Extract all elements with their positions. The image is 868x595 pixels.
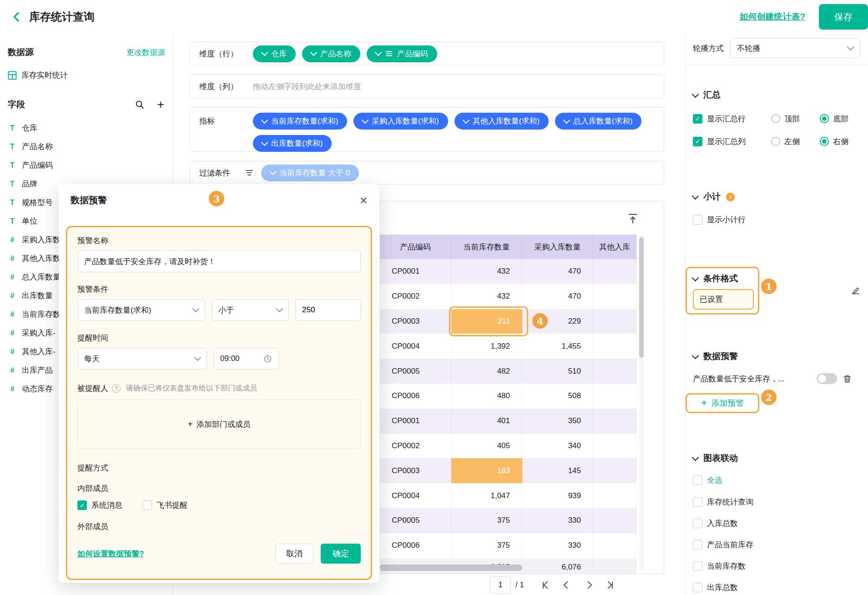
filter-box: 过滤条件 当前库存数量 大于 0 <box>190 161 664 185</box>
table-row: CP0003 211 229 <box>380 309 636 334</box>
vertical-scrollbar-thumb[interactable] <box>639 237 644 358</box>
create-table-help-link[interactable]: 如何创建统计表? <box>739 11 805 23</box>
last-page-icon[interactable] <box>602 578 616 592</box>
chart-linkage-title: 图表联动 <box>703 452 738 464</box>
add-member-area[interactable]: + 添加部门或成员 <box>77 399 361 449</box>
conditional-format-status[interactable]: 已设置 <box>693 289 754 310</box>
info-icon[interactable]: i <box>726 193 735 201</box>
data-alert-modal: 数据预警 × 预警名称 预警条件 当前库存数量(求和) 小于 提醒时间 每天 0… <box>59 184 379 583</box>
annotation-badge-3: 3 <box>209 191 224 206</box>
metric-pill[interactable]: 采购入库数量(求和) <box>353 113 448 130</box>
filter-pill[interactable]: 当前库存数量 大于 0 <box>261 165 359 181</box>
select-all-checkbox[interactable] <box>693 475 702 485</box>
alert-name-input[interactable] <box>77 250 361 272</box>
top-bar: 库存统计查询 如何创建统计表? 保存 <box>0 0 868 34</box>
table-body: CP0001 432 470 CP0002 432 470 CP0003 <box>380 259 636 558</box>
horizontal-scrollbar-thumb[interactable] <box>380 565 522 571</box>
table-row: CP0002 432 470 <box>380 284 636 309</box>
linkage-checkbox[interactable] <box>693 561 702 571</box>
show-summary-col-checkbox[interactable]: ✓ <box>693 137 702 146</box>
chevron-down-icon[interactable] <box>692 352 699 359</box>
back-icon[interactable] <box>10 10 24 24</box>
field-label: 出库产品 <box>22 365 53 375</box>
collapse-rows-icon[interactable] <box>626 212 639 227</box>
condition-field-select[interactable]: 当前库存数量(求和) <box>77 299 205 321</box>
feishu-remind-label: 飞书提醒 <box>156 500 187 510</box>
feishu-remind-checkbox[interactable] <box>142 500 152 510</box>
trash-icon[interactable] <box>843 374 852 384</box>
table-row: CP0005 482 510 <box>380 359 636 384</box>
condition-operator-select[interactable]: 小于 <box>212 299 289 321</box>
field-item[interactable]: T 产品名称 <box>0 137 172 156</box>
table-grid-icon <box>8 71 17 80</box>
metric-pill[interactable]: 总入库数量(求和) <box>555 113 641 130</box>
summary-bottom-label: 底部 <box>833 114 848 124</box>
chevron-down-icon[interactable] <box>692 192 699 200</box>
prev-page-icon[interactable] <box>560 578 574 592</box>
next-page-icon[interactable] <box>581 578 595 592</box>
confirm-button[interactable]: 确定 <box>321 544 361 564</box>
linkage-item: 产品当前库存 <box>693 538 868 551</box>
add-alert-button[interactable]: + 添加预警 <box>686 393 759 413</box>
carousel-select[interactable]: 不轮播 <box>730 38 860 58</box>
summary-purchase: 6,076 <box>522 558 593 574</box>
dimension-pill[interactable]: 产品名称 <box>302 45 360 62</box>
table-header: 产品编码 当前库存数量 采购入库数量 其他入库 <box>380 235 636 259</box>
search-icon[interactable] <box>135 100 144 109</box>
linkage-checkbox[interactable] <box>693 583 702 592</box>
show-summary-row-checkbox[interactable]: ✓ <box>693 114 702 124</box>
help-circle-icon[interactable]: ? <box>112 384 121 393</box>
dimension-col-placeholder: 拖动左侧字段到此处来添加维度 <box>253 81 361 92</box>
close-icon[interactable]: × <box>359 195 368 205</box>
summary-left-radio[interactable] <box>771 137 780 146</box>
frequency-select[interactable]: 每天 <box>77 348 207 370</box>
edit-icon[interactable] <box>851 285 861 295</box>
cell-product-code: CP0006 <box>380 384 451 409</box>
chevron-down-icon <box>269 168 277 175</box>
show-subtotal-checkbox[interactable] <box>693 215 702 225</box>
linkage-item: 当前库存数 <box>693 560 868 572</box>
save-button[interactable]: 保存 <box>819 4 868 30</box>
clock-icon <box>263 355 272 363</box>
linkage-checkbox[interactable] <box>693 540 702 550</box>
filter-label: 过滤条件 <box>199 168 243 178</box>
cancel-button[interactable]: 取消 <box>275 544 313 564</box>
system-message-checkbox[interactable]: ✓ <box>77 500 87 510</box>
metric-pill[interactable]: 其他入库数量(求和) <box>454 113 549 130</box>
first-page-icon[interactable] <box>540 578 553 592</box>
chevron-down-icon <box>261 49 268 56</box>
page-number-box[interactable]: 1 <box>490 576 511 594</box>
datasource-item[interactable]: 库存实时统计 <box>8 70 172 80</box>
cell-other-qty <box>593 259 636 284</box>
cell-product-code: CP0001 <box>380 409 451 434</box>
cell-purchase-qty: 330 <box>522 508 593 533</box>
metric-pill[interactable]: 出库数量(求和) <box>253 135 332 152</box>
linkage-checkbox[interactable] <box>693 497 702 507</box>
summary-top-label: 顶部 <box>784 114 800 124</box>
alert-help-link[interactable]: 如何设置数据预警? <box>77 549 144 559</box>
linkage-checkbox[interactable] <box>693 519 702 528</box>
summary-top-radio[interactable] <box>771 114 780 123</box>
change-datasource-link[interactable]: 更改数据源 <box>126 47 165 58</box>
datasource-name: 库存实时统计 <box>21 70 68 80</box>
metric-pill[interactable]: 当前库存数量(求和) <box>253 113 347 130</box>
field-item[interactable]: T 产品编码 <box>0 156 172 175</box>
alert-toggle[interactable] <box>817 373 837 384</box>
field-type-icon: # <box>8 366 17 375</box>
chevron-down-icon[interactable] <box>692 274 699 281</box>
field-item[interactable]: T 仓库 <box>0 119 172 137</box>
select-all-label: 全选 <box>707 475 722 485</box>
time-picker[interactable]: 09:00 <box>213 348 279 370</box>
chevron-down-icon <box>310 49 318 56</box>
linkage-label: 入库总数 <box>707 518 738 529</box>
carousel-value: 不轮播 <box>737 43 760 54</box>
condition-threshold-input[interactable] <box>295 299 361 321</box>
summary-bottom-radio[interactable] <box>820 114 829 123</box>
table-row: CP0006 375 330 <box>380 533 636 558</box>
chevron-down-icon[interactable] <box>692 90 699 98</box>
summary-right-radio[interactable] <box>820 137 829 146</box>
add-field-icon[interactable]: + <box>157 100 164 109</box>
dimension-pill[interactable]: 产品编码 <box>367 45 437 62</box>
dimension-pill[interactable]: 仓库 <box>253 45 296 62</box>
chevron-down-icon[interactable] <box>692 454 699 461</box>
